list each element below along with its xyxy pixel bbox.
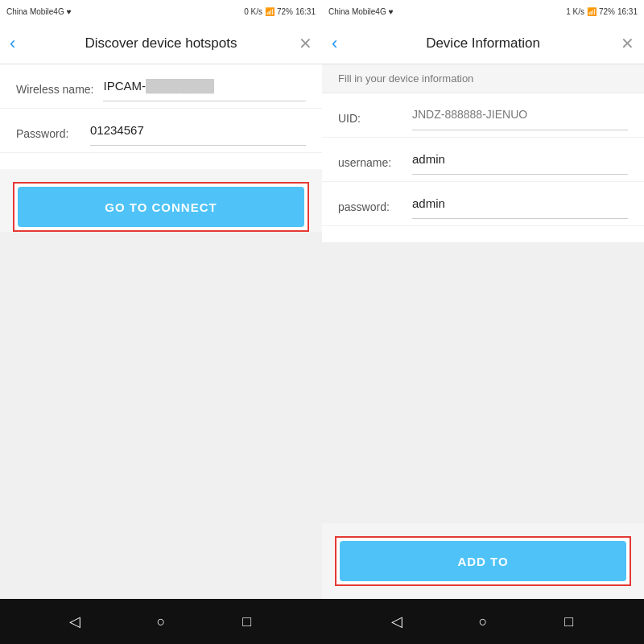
status-right-2: 1 K/s 📶 72% 16:31	[566, 7, 638, 16]
close-button-2[interactable]: ✕	[621, 34, 634, 53]
bottom-nav-1: ◁ ○ □	[0, 599, 322, 644]
wireless-blur: ████████	[146, 79, 214, 93]
bottom-nav-2: ◁ ○ □	[322, 599, 644, 644]
password-label-1: Password:	[16, 123, 80, 142]
back-button-2[interactable]: ‹	[332, 35, 337, 52]
page-title-1: Discover device hotspots	[0, 35, 322, 52]
fill-hint: Fill in your device information	[322, 64, 644, 93]
nav-bar-1: ‹ Discover device hotspots ✕	[0, 23, 322, 64]
username-label: username:	[338, 152, 402, 171]
nav-bar-2: ‹ Device Information ✕	[322, 23, 644, 64]
gray-area-2	[322, 242, 644, 523]
status-left-1: China Mobile4G ♥	[6, 7, 72, 16]
back-button-1[interactable]: ‹	[10, 35, 15, 52]
password-value-2[interactable]: admin	[412, 196, 628, 219]
screen2: China Mobile4G ♥ 1 K/s 📶 72% 16:31 ‹ Dev…	[322, 0, 644, 644]
wifi-icon-2: 📶	[587, 7, 597, 16]
wireless-value: IPCAM-████████	[103, 79, 306, 101]
carrier-1: China Mobile4G	[6, 7, 64, 16]
heart-icon-2: ♥	[389, 7, 394, 16]
username-value[interactable]: admin	[412, 152, 628, 175]
uid-value[interactable]: JNDZ-888888-JIENUO	[412, 108, 628, 130]
password-row: Password: 01234567	[0, 109, 322, 153]
screen1: China Mobile4G ♥ 0 K/s 📶 72% 16:31 ‹ Dis…	[0, 0, 322, 644]
speed-1: 0 K/s	[244, 7, 262, 16]
time-2: 16:31	[617, 7, 638, 16]
home-nav-icon-1[interactable]: ○	[148, 609, 174, 634]
recent-nav-icon-1[interactable]: □	[234, 609, 260, 634]
wireless-label: Wireless name:	[16, 79, 93, 98]
content-2: Fill in your device information UID: JND…	[322, 64, 644, 599]
back-nav-icon-1[interactable]: ◁	[62, 609, 88, 634]
status-left-2: China Mobile4G ♥	[328, 7, 394, 16]
password-value-1[interactable]: 01234567	[90, 123, 306, 146]
uid-label: UID:	[338, 108, 402, 127]
status-bar-1: China Mobile4G ♥ 0 K/s 📶 72% 16:31	[0, 0, 322, 23]
add-to-wrapper: ADD TO	[335, 536, 631, 586]
status-right-1: 0 K/s 📶 72% 16:31	[244, 7, 316, 16]
back-nav-icon-2[interactable]: ◁	[384, 609, 410, 634]
status-bar-2: China Mobile4G ♥ 1 K/s 📶 72% 16:31	[322, 0, 644, 23]
heart-icon-1: ♥	[67, 7, 72, 16]
add-to-button[interactable]: ADD TO	[340, 541, 626, 581]
battery-2: 72%	[599, 7, 615, 16]
password-row-2: password: admin	[322, 182, 644, 226]
gray-area-1	[0, 232, 322, 599]
form-section-2: UID: JNDZ-888888-JIENUO username: admin …	[322, 93, 644, 242]
time-1: 16:31	[295, 7, 316, 16]
username-row: username: admin	[322, 138, 644, 182]
form-section-1: Wireless name: IPCAM-████████ Password: …	[0, 64, 322, 169]
go-connect-button[interactable]: GO TO CONNECT	[18, 187, 304, 227]
password-label-2: password:	[338, 196, 402, 216]
wireless-row: Wireless name: IPCAM-████████	[0, 64, 322, 109]
close-button-1[interactable]: ✕	[299, 34, 312, 53]
home-nav-icon-2[interactable]: ○	[470, 609, 496, 634]
go-connect-wrapper: GO TO CONNECT	[13, 182, 309, 232]
speed-2: 1 K/s	[566, 7, 584, 16]
page-title-2: Device Information	[322, 35, 644, 52]
recent-nav-icon-2[interactable]: □	[556, 609, 582, 634]
content-1: Wireless name: IPCAM-████████ Password: …	[0, 64, 322, 599]
battery-1: 72%	[277, 7, 293, 16]
carrier-2: China Mobile4G	[328, 7, 386, 16]
uid-row: UID: JNDZ-888888-JIENUO	[322, 93, 644, 138]
wifi-icon-1: 📶	[265, 7, 275, 16]
